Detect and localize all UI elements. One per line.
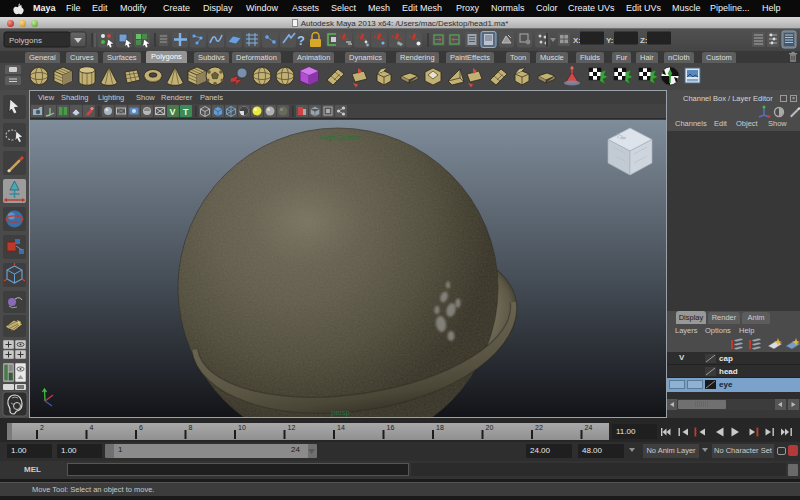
svg-text:2: 2	[40, 424, 44, 431]
svg-text:4: 4	[90, 424, 94, 431]
svg-text:High Quality: High Quality	[320, 133, 361, 142]
svg-text:16: 16	[387, 424, 395, 431]
svg-text:persp: persp	[331, 408, 350, 417]
svg-text:Y:: Y:	[606, 36, 613, 45]
svg-text:10: 10	[238, 424, 246, 431]
svg-text:14: 14	[337, 424, 345, 431]
svg-text:?: ?	[297, 33, 305, 48]
svg-text:20: 20	[486, 424, 494, 431]
svg-text:V: V	[170, 107, 176, 117]
svg-text:6: 6	[139, 424, 143, 431]
svg-text:Z:: Z:	[640, 36, 648, 45]
svg-text:Polygons: Polygons	[9, 36, 42, 45]
svg-text:22: 22	[535, 424, 543, 431]
svg-text:24: 24	[585, 424, 593, 431]
svg-text:18: 18	[436, 424, 444, 431]
svg-text:X:: X:	[573, 36, 581, 45]
svg-text:8: 8	[189, 424, 193, 431]
svg-text:T: T	[183, 107, 189, 117]
svg-text:12: 12	[288, 424, 296, 431]
